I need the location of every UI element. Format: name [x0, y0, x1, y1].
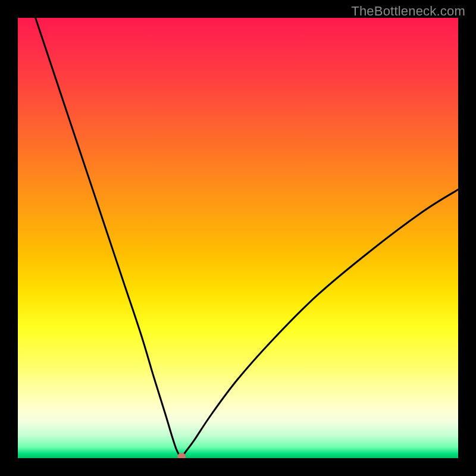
- bottleneck-curve: [36, 18, 458, 458]
- curve-svg: [18, 18, 458, 458]
- plot-area: [18, 18, 458, 458]
- chart-frame: TheBottleneck.com: [0, 0, 476, 476]
- watermark: TheBottleneck.com: [351, 4, 465, 19]
